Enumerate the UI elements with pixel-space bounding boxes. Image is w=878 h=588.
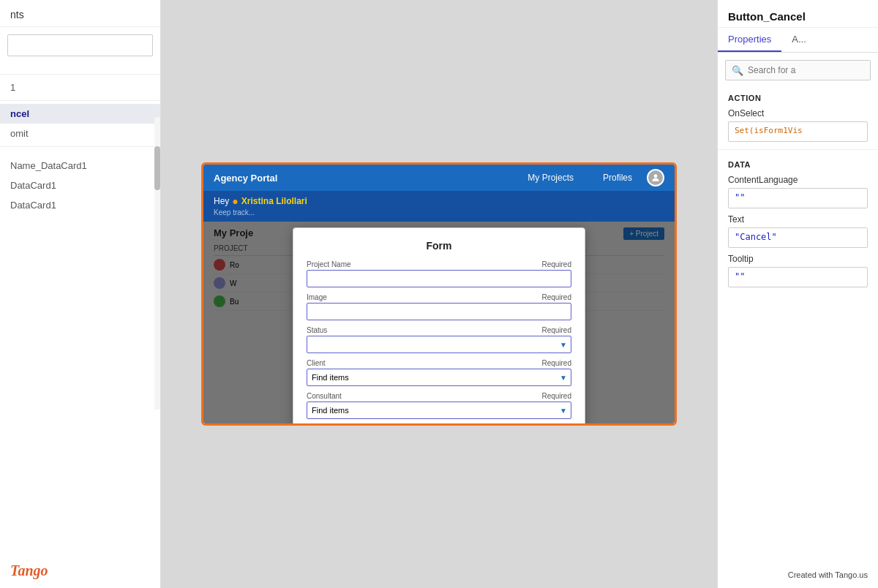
- form-field-status: Status Required ▼: [307, 326, 571, 353]
- form-field-client: Client Required Find items ▼: [307, 359, 571, 386]
- left-panel-title-text: nts: [10, 9, 24, 20]
- modal-title: Form: [307, 240, 571, 252]
- form-field-row-project-name: Project Name Required: [307, 260, 571, 268]
- tooltip-prop-label: Tooltip: [728, 254, 868, 264]
- form-label-status: Status: [307, 326, 327, 334]
- form-field-project-name: Project Name Required: [307, 260, 571, 287]
- ap-header: Agency Portal My Projects Profiles: [203, 165, 675, 191]
- left-divider-2: [0, 100, 160, 101]
- form-input-project-name[interactable]: [307, 270, 571, 287]
- form-label-image: Image: [307, 293, 327, 301]
- form-select-status[interactable]: [307, 336, 571, 353]
- tab-properties[interactable]: Properties: [718, 28, 781, 52]
- sidebar-item-name-datacard1[interactable]: Name_DataCard1: [0, 156, 160, 176]
- selection-handles: [364, 423, 428, 426]
- created-with-label: Created with Tango.us: [788, 570, 868, 579]
- form-required-client: Required: [541, 359, 571, 367]
- form-label-consultant: Consultant: [307, 392, 342, 400]
- ap-user-name: Xristina Lilollari: [241, 196, 307, 206]
- tooltip-prop-value[interactable]: "": [728, 267, 868, 287]
- handle-tr: [422, 423, 428, 426]
- form-required-image: Required: [541, 293, 571, 301]
- ap-nav-profiles[interactable]: Profiles: [603, 173, 632, 183]
- form-required-status: Required: [541, 326, 571, 334]
- sidebar-item-1[interactable]: 1: [0, 78, 160, 97]
- text-prop-label: Text: [728, 214, 868, 225]
- content-language-value[interactable]: "": [728, 188, 868, 208]
- on-select-value[interactable]: Set(isForm1Vis: [728, 121, 868, 142]
- right-tabs: Properties A...: [718, 28, 878, 53]
- left-divider-1: [0, 74, 160, 75]
- ap-nav: My Projects Profiles: [528, 173, 632, 183]
- form-label-client: Client: [307, 359, 326, 367]
- handle-tm: [393, 423, 399, 426]
- form-field-consultant: Consultant Required Find items ▼: [307, 392, 571, 419]
- client-select-wrapper: Find items ▼: [307, 369, 571, 386]
- ap-subtext: Keep track...: [214, 208, 664, 216]
- right-panel-bottom: Created with Tango.us: [718, 290, 878, 588]
- ap-logo: Agency Portal: [214, 173, 528, 184]
- form-required-consultant: Required: [541, 392, 571, 400]
- sidebar-item-datacard1-2-label: DataCard1: [10, 200, 150, 211]
- sidebar-item-cancel-label: ncel: [10, 108, 150, 119]
- user-icon: [650, 173, 661, 183]
- ap-dot: ●: [232, 195, 238, 207]
- modal-box: Form Project Name Required Image Re: [293, 227, 585, 426]
- sidebar-item-name-datacard1-label: Name_DataCard1: [10, 160, 150, 171]
- form-select-consultant[interactable]: Find items: [307, 402, 571, 419]
- tango-logo: Tango: [10, 562, 48, 579]
- on-select-label: OnSelect: [728, 108, 868, 118]
- ap-hey: Hey ● Xristina Lilollari: [214, 195, 664, 207]
- status-select-wrapper: ▼: [307, 336, 571, 353]
- hey-text: Hey: [214, 196, 229, 206]
- form-field-row-consultant: Consultant Required: [307, 392, 571, 400]
- content-language-label: ContentLanguage: [728, 175, 868, 185]
- left-panel-items: 1 ncel omit Name_DataCard1 DataCard1 Dat…: [0, 71, 160, 588]
- right-divider-1: [718, 149, 878, 150]
- action-section-label: ACTION: [728, 94, 868, 102]
- svg-point-0: [654, 174, 658, 178]
- modal-overlay: Form Project Name Required Image Re: [203, 222, 675, 426]
- search-icon: 🔍: [732, 65, 743, 76]
- left-search-box[interactable]: [7, 34, 153, 56]
- sidebar-item-omit[interactable]: omit: [0, 124, 160, 143]
- ap-user-icon[interactable]: [647, 169, 664, 186]
- form-field-image: Image Required: [307, 293, 571, 320]
- tango-logo-text: Tango: [10, 562, 48, 578]
- form-field-row-image: Image Required: [307, 293, 571, 301]
- ap-subheader: Hey ● Xristina Lilollari Keep track...: [203, 191, 675, 222]
- right-panel-title: Button_Cancel: [718, 0, 878, 28]
- right-panel: Button_Cancel Properties A... 🔍 ACTION O…: [717, 0, 878, 588]
- ap-nav-my-projects[interactable]: My Projects: [528, 173, 574, 183]
- tab-advanced[interactable]: A...: [781, 28, 817, 52]
- sidebar-item-datacard1-label: DataCard1: [10, 180, 150, 191]
- sidebar-item-1-label: 1: [10, 82, 150, 93]
- sidebar-item-datacard1[interactable]: DataCard1: [0, 176, 160, 195]
- handle-tl: [364, 423, 370, 426]
- action-section: ACTION OnSelect Set(isForm1Vis: [718, 88, 878, 145]
- app-frame: Agency Portal My Projects Profiles Hey ●…: [201, 162, 677, 426]
- sidebar-item-omit-label: omit: [10, 128, 150, 139]
- data-section-label: DATA: [728, 160, 868, 169]
- left-panel-title: nts: [0, 0, 160, 27]
- right-search-input[interactable]: [748, 65, 864, 75]
- form-select-client[interactable]: Find items: [307, 369, 571, 386]
- form-required-project-name: Required: [541, 260, 571, 268]
- data-section: DATA ContentLanguage "" Text "Cancel" To…: [718, 154, 878, 290]
- sidebar-item-cancel[interactable]: ncel: [0, 104, 160, 124]
- consultant-select-wrapper: Find items ▼: [307, 402, 571, 419]
- scrollbar-track[interactable]: [154, 117, 160, 410]
- scrollbar-thumb[interactable]: [154, 146, 160, 190]
- form-field-row-status: Status Required: [307, 326, 571, 334]
- form-field-row-client: Client Required: [307, 359, 571, 367]
- right-search-box[interactable]: 🔍: [725, 60, 871, 80]
- sidebar-item-datacard1-2[interactable]: DataCard1: [0, 195, 160, 215]
- form-input-image[interactable]: [307, 303, 571, 320]
- center-canvas: Agency Portal My Projects Profiles Hey ●…: [161, 0, 717, 588]
- left-bottom-items: Name_DataCard1 DataCard1 DataCard1: [0, 150, 160, 221]
- left-panel: nts 1 ncel omit Name_DataCard1 DataCard1…: [0, 0, 161, 588]
- ap-body: My Proje + Project PROJECT Ro W Bu: [203, 222, 675, 426]
- left-divider-3: [0, 146, 160, 147]
- text-prop-value[interactable]: "Cancel": [728, 227, 868, 248]
- form-label-project-name: Project Name: [307, 260, 351, 268]
